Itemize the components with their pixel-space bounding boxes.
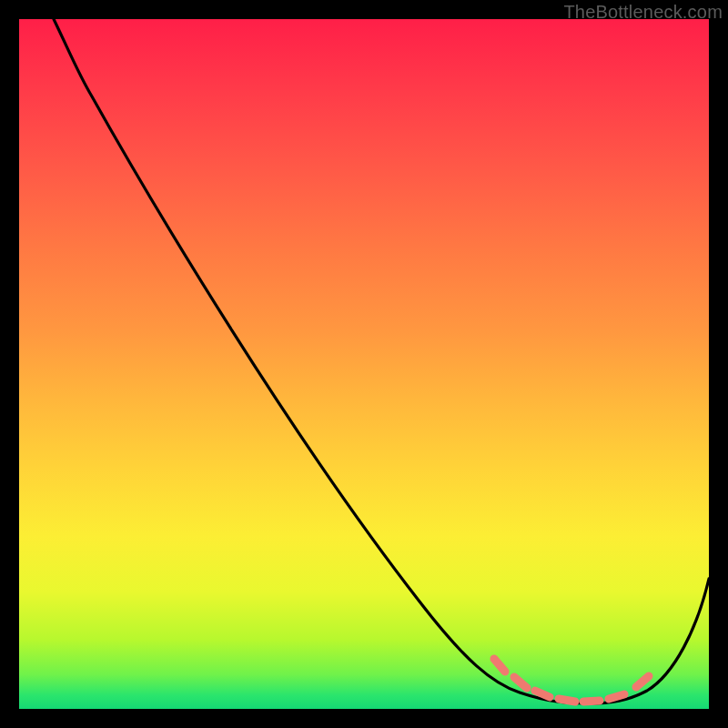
svg-line-6 <box>636 676 649 687</box>
svg-line-4 <box>583 701 600 702</box>
svg-line-2 <box>535 691 550 697</box>
highlight-markers <box>494 659 649 702</box>
watermark-text: TheBottleneck.com <box>563 2 723 23</box>
svg-line-0 <box>494 659 505 672</box>
curve-layer <box>19 19 709 709</box>
svg-line-5 <box>609 694 624 699</box>
svg-line-1 <box>514 677 527 688</box>
bottleneck-curve <box>54 19 709 703</box>
svg-line-3 <box>559 699 575 702</box>
plot-area <box>19 19 709 709</box>
outer-frame: TheBottleneck.com <box>0 0 728 728</box>
